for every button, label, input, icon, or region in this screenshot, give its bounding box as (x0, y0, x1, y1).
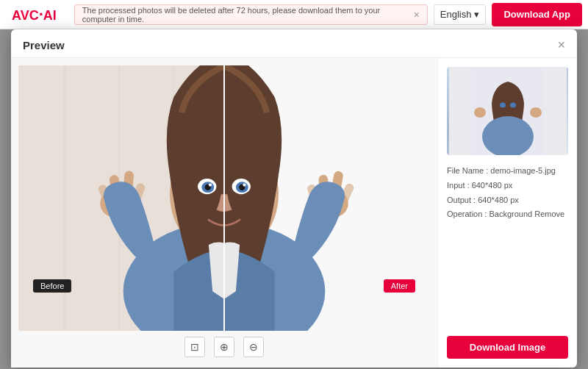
language-label: English (440, 9, 472, 20)
download-app-button[interactable]: Download App (492, 3, 582, 26)
zoom-in-button[interactable]: ⊕ (214, 337, 234, 357)
svg-point-35 (474, 107, 486, 118)
comparison-divider (223, 65, 225, 331)
modal-header: Preview × (11, 29, 577, 58)
logo: AVC·AI (0, 5, 68, 24)
logo-text: AVC·AI (12, 8, 57, 23)
zoom-in-icon: ⊕ (220, 341, 229, 353)
file-info: File Name : demo-image-5.jpg Input : 640… (447, 164, 568, 330)
svg-rect-37 (449, 67, 471, 155)
notification-text: The processed photos will be deleted aft… (82, 6, 408, 24)
download-image-button[interactable]: Download Image (447, 336, 568, 359)
notification-close-icon[interactable]: × (414, 9, 420, 21)
preview-modal: Preview × (11, 29, 577, 368)
preview-area: Before After ⊡ ⊕ ⊖ (11, 58, 437, 368)
fit-icon: ⊡ (190, 341, 199, 353)
modal-title: Preview (23, 39, 65, 51)
svg-point-18 (243, 183, 245, 186)
notification-bar: The processed photos will be deleted aft… (74, 4, 428, 25)
output-dimensions: Output : 640*480 px (447, 193, 568, 208)
info-panel: File Name : demo-image-5.jpg Input : 640… (437, 58, 577, 368)
top-bar: AVC·AI The processed photos will be dele… (0, 0, 588, 29)
language-selector[interactable]: English ▾ (434, 4, 487, 25)
image-toolbar: ⊡ ⊕ ⊖ (18, 331, 430, 360)
zoom-out-icon: ⊖ (249, 341, 258, 353)
before-label: Before (33, 279, 71, 293)
file-name: File Name : demo-image-5.jpg (447, 164, 568, 179)
svg-point-36 (530, 107, 542, 118)
svg-point-34 (510, 103, 516, 108)
zoom-out-button[interactable]: ⊖ (243, 337, 264, 357)
svg-point-33 (500, 103, 506, 108)
modal-close-button[interactable]: × (557, 38, 565, 51)
image-comparison: Before After (18, 65, 430, 331)
modal-body: Before After ⊡ ⊕ ⊖ (11, 58, 577, 368)
image-thumbnail (447, 67, 568, 155)
svg-point-17 (209, 183, 212, 186)
input-dimensions: Input : 640*480 px (447, 179, 568, 193)
after-label: After (384, 279, 415, 293)
fit-to-screen-button[interactable]: ⊡ (184, 337, 205, 357)
chevron-down-icon: ▾ (474, 9, 479, 20)
svg-rect-38 (545, 67, 567, 155)
operation-type: Operation : Background Remove (447, 207, 568, 222)
